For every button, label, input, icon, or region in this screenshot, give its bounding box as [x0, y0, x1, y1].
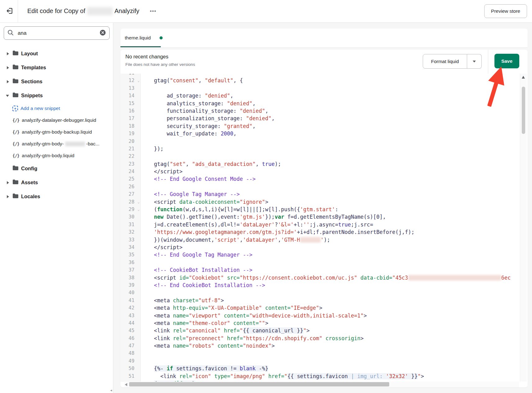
sidebar-item-config[interactable]: Config	[0, 162, 113, 176]
code-line-45: 45 <link rel="canonical" href="{{ canoni…	[120, 327, 511, 334]
fold-chevron-icon[interactable]: ⌄	[138, 206, 140, 213]
line-content: analytics_storage: "denied",	[140, 100, 255, 107]
fold-chevron-icon[interactable]: ⌄	[138, 77, 140, 84]
sidebar-item-sections[interactable]: Sections	[0, 75, 113, 89]
line-content: personalization_storage: "denied",	[140, 115, 275, 121]
code-line-20: 20	[120, 138, 511, 145]
redacted-store-name	[87, 7, 113, 15]
code-line-14: 14 ad_storage: "denied",	[120, 92, 511, 99]
code-line-35: 35 <!-- End Google Tag Manager -->	[120, 251, 511, 258]
caret-down-icon[interactable]	[6, 94, 10, 98]
line-number: 16	[120, 107, 140, 115]
file-sidebar: LayoutTemplatesSectionsSnippets+Add a ne…	[0, 22, 113, 393]
editor-panel: No recent changes File does not have any…	[120, 50, 528, 387]
line-content: <meta http-equiv="X-UA-Compatible" conte…	[140, 305, 322, 311]
line-content	[140, 74, 141, 76]
line-number: 15	[120, 100, 140, 107]
line-content	[140, 350, 141, 356]
caret-spacer	[6, 130, 10, 134]
sidebar-item-layout[interactable]: Layout	[0, 47, 113, 61]
line-number: 48	[120, 350, 140, 357]
code-line-25: 25 <!-- End Google Consent Mode -->	[120, 175, 511, 183]
save-button[interactable]: Save	[494, 54, 519, 68]
code-line-12: 12⌄ gtag("consent", "default", {	[120, 77, 511, 84]
line-number: 26	[120, 183, 140, 190]
horizontal-scrollbar-thumb[interactable]	[129, 382, 389, 386]
add-new-snippet-button[interactable]: +Add a new snippet	[0, 103, 113, 114]
line-content: </script>	[140, 244, 183, 250]
line-number: 14	[120, 92, 140, 99]
sidebar-item-assets[interactable]: Assets	[0, 176, 113, 190]
line-content: {%- if settings.favicon != blank -%}	[140, 365, 268, 372]
sidebar-item-snippets[interactable]: Snippets	[0, 89, 113, 103]
folder-icon	[12, 165, 19, 172]
search-input[interactable]	[17, 30, 99, 37]
code-line-49: 49	[120, 357, 511, 365]
line-number: 12⌄	[120, 77, 140, 84]
caret-right-icon[interactable]	[6, 181, 10, 185]
editor-main: theme.liquid No recent changes File does…	[113, 22, 532, 393]
exit-code-editor-button[interactable]	[4, 6, 15, 16]
search-icon	[7, 29, 14, 37]
tab-theme-liquid[interactable]: theme.liquid	[120, 29, 161, 47]
line-content: <script data-cookieconsent="ignore">	[140, 199, 268, 205]
active-tab-underline	[120, 46, 161, 47]
sidebar-resize-handle[interactable]: ◂	[110, 388, 112, 392]
sidebar-item-templates[interactable]: Templates	[0, 61, 113, 75]
item-label: Assets	[21, 180, 38, 185]
line-content: <meta charset="utf-8">	[140, 297, 224, 304]
clear-search-button[interactable]	[99, 29, 106, 37]
scroll-left-arrow-icon[interactable]	[125, 383, 127, 386]
line-number: 35	[120, 251, 140, 258]
vertical-scrollbar[interactable]	[520, 74, 527, 382]
line-number: 29⌄	[120, 206, 140, 213]
line-number: 44	[120, 319, 140, 327]
line-content: security_storage: "granted",	[140, 123, 255, 129]
tab-label: theme.liquid	[125, 35, 151, 41]
item-label-suffix: -bac...	[86, 141, 100, 147]
line-number: 32	[120, 228, 140, 236]
format-options-caret-button[interactable]	[467, 54, 482, 69]
code-line-22: 22	[120, 153, 511, 160]
add-snippet-icon: +	[12, 106, 18, 111]
code-line-31: 31 j=d.createElement(s),dl=l!='dataLayer…	[120, 221, 511, 228]
caret-right-icon[interactable]	[6, 52, 10, 56]
line-content: wait_for_update: 2000,	[140, 130, 237, 137]
fold-chevron-icon[interactable]: ⌄	[138, 198, 140, 206]
format-liquid-button[interactable]: Format liquid	[423, 54, 467, 69]
item-label: analyzify-datalayer-debugger.liquid	[22, 117, 96, 123]
line-number: 49	[120, 357, 140, 365]
code-line-29: 29⌄ (function(w,d,s,l,i){w[l]=w[l]||[];w…	[120, 206, 511, 213]
code-line-39: 39 <!-- End CookieBot Installation -->	[120, 281, 511, 289]
line-number: 45	[120, 327, 140, 334]
code-line-21: 21 });	[120, 145, 511, 153]
app-root: Edit code for Copy of Analyzify ••• Prev…	[0, 0, 532, 393]
liquid-file-icon: {/}	[12, 153, 19, 158]
vertical-scrollbar-thumb[interactable]	[522, 87, 525, 134]
line-number: 33	[120, 236, 140, 244]
line-content: 'https://www.googletagmanager.com/gtm.js…	[140, 229, 414, 235]
preview-store-button[interactable]: Preview store	[484, 4, 527, 18]
line-number: 42	[120, 304, 140, 312]
line-number: 18	[120, 122, 140, 130]
header-divider	[488, 50, 488, 74]
caret-right-icon[interactable]	[6, 66, 10, 70]
page-title-suffix: Analyzify	[115, 7, 139, 15]
more-options-button[interactable]: •••	[149, 7, 158, 16]
code-editor[interactable]: 1112⌄ gtag("consent", "default", {1314 a…	[120, 74, 528, 382]
item-label: analyzify-gtm-body.liquid	[22, 153, 74, 158]
item-label: Snippets	[21, 93, 43, 98]
line-number: 23	[120, 160, 140, 168]
folder-icon	[12, 92, 19, 99]
line-number: 36	[120, 259, 140, 266]
sidebar-item-analyzify-gtm-body-liquid[interactable]: {/}analyzify-gtm-body.liquid	[0, 150, 113, 162]
sidebar-item-analyzify-gtm-body-bac[interactable]: {/}analyzify-gtm-body--bac...	[0, 138, 113, 150]
sidebar-item-locales[interactable]: Locales	[0, 190, 113, 203]
caret-right-icon[interactable]	[6, 194, 10, 199]
code-line-33: 33 })(window,document,'script','dataLaye…	[120, 236, 511, 244]
horizontal-scrollbar[interactable]	[124, 382, 519, 387]
caret-right-icon[interactable]	[6, 80, 10, 84]
scroll-up-arrow-icon[interactable]	[522, 76, 525, 79]
sidebar-item-analyzify-datalayer-debugger-liquid[interactable]: {/}analyzify-datalayer-debugger.liquid	[0, 114, 113, 126]
sidebar-item-analyzify-gtm-body-backup-liquid[interactable]: {/}analyzify-gtm-body-backup.liquid	[0, 126, 113, 138]
